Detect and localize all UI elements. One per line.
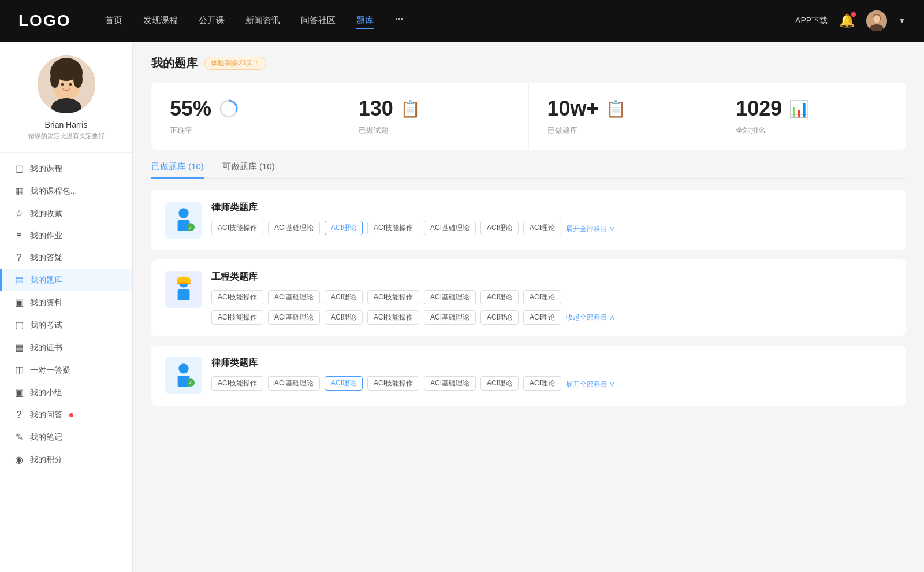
qbank-tags-lawyer-2: ACI技能操作 ACI基础理论 ACI理论 ACI技能操作 ACI基础理论 AC… [211,376,892,391]
accuracy-label: 正确率 [170,125,321,136]
sidebar: Brian Harris 错误的决定比没有决定要好 ▢ 我的课程 ▦ 我的课程包… [0,42,133,572]
questions-dot [69,413,73,417]
qbank-content-engineer: 工程类题库 ACI技能操作 ACI基础理论 ACI理论 ACI技能操作 ACI基… [211,271,892,325]
sidebar-item-label: 我的作业 [30,231,62,241]
tag-2[interactable]: ACI理论 [325,221,363,235]
sidebar-item-label: 我的笔记 [30,432,62,443]
sidebar-item-notes[interactable]: ✎ 我的笔记 [0,426,132,448]
eng-tag2-5[interactable]: ACI理论 [480,310,519,325]
eng-tag2-6[interactable]: ACI理论 [523,310,561,325]
sidebar-item-label: 我的题库 [30,275,62,285]
done-questions-icon: 📋 [400,99,420,118]
done-banks-label: 已做题库 [547,125,699,136]
tag-6[interactable]: ACI理论 [523,221,561,235]
qbank-expand-3[interactable]: 展开全部科目 ∨ [566,380,615,389]
tag-3[interactable]: ACI技能操作 [367,221,419,235]
notification-dot [851,12,856,17]
qbank-content-lawyer-2: 律师类题库 ACI技能操作 ACI基础理论 ACI理论 ACI技能操作 ACI基… [211,357,892,391]
sidebar-item-certificate[interactable]: ▤ 我的证书 [0,336,132,359]
eng-tag-2[interactable]: ACI理论 [325,290,363,304]
qbank-icon: ▤ [14,274,24,285]
nav-more[interactable]: ··· [394,13,403,29]
sidebar-item-label: 我的答疑 [30,252,62,263]
tab-available-banks[interactable]: 可做题库 (10) [222,161,275,178]
tab-done-banks[interactable]: 已做题库 (10) [151,161,204,178]
accuracy-value: 55% [170,96,211,121]
sidebar-item-label: 我的问答 [30,410,62,420]
eng-tag2-3[interactable]: ACI技能操作 [367,310,419,325]
tag-0[interactable]: ACI技能操作 [211,221,263,235]
nav-links: 首页 发现课程 公开课 新闻资讯 问答社区 题库 ··· [105,13,795,29]
sidebar-item-qbank[interactable]: ▤ 我的题库 [0,269,132,291]
sidebar-menu: ▢ 我的课程 ▦ 我的课程包... ☆ 我的收藏 ≡ 我的作业 ? 我的答疑 ▤… [0,157,132,471]
sidebar-item-qa[interactable]: ? 我的答疑 [0,247,132,269]
eng-tag-5[interactable]: ACI理论 [480,290,519,304]
eng-tag2-0[interactable]: ACI技能操作 [211,310,263,325]
user-menu-chevron[interactable]: ▼ [899,17,906,25]
l2-tag-2[interactable]: ACI理论 [325,376,363,391]
l2-tag-0[interactable]: ACI技能操作 [211,376,263,391]
sidebar-item-homework[interactable]: ≡ 我的作业 [0,225,132,247]
eng-tag-4[interactable]: ACI基础理论 [424,290,476,304]
user-avatar[interactable] [866,10,887,31]
stat-site-rank: 1029 📊 全站排名 [717,83,906,150]
tabs-row: 已做题库 (10) 可做题库 (10) [151,161,906,179]
sidebar-item-course-package[interactable]: ▦ 我的课程包... [0,180,132,202]
sidebar-item-points[interactable]: ◉ 我的积分 [0,448,132,471]
qbank-icon-wrap-engineer [165,271,202,308]
sidebar-item-one-on-one[interactable]: ◫ 一对一答疑 [0,359,132,381]
qa-icon: ? [14,252,24,263]
qbank-card-engineer: 工程类题库 ACI技能操作 ACI基础理论 ACI理论 ACI技能操作 ACI基… [151,259,906,336]
notification-bell[interactable]: 🔔 [839,13,855,28]
svg-point-25 [178,363,188,373]
eng-tag2-4[interactable]: ACI基础理论 [424,310,476,325]
eng-tag-3[interactable]: ACI技能操作 [367,290,419,304]
app-download-button[interactable]: APP下载 [795,16,828,26]
nav-opencourse[interactable]: 公开课 [199,13,225,29]
nav-discover[interactable]: 发现课程 [143,13,178,29]
page-title-row: 我的题库 体验剩余23天！ [151,55,906,71]
sidebar-item-profile[interactable]: ▣ 我的资料 [0,291,132,314]
qbank-title-engineer: 工程类题库 [211,271,892,283]
qbank-expand-1[interactable]: 展开全部科目 ∨ [566,224,615,234]
eng-tag-1[interactable]: ACI基础理论 [268,290,320,304]
questions-icon: ? [14,410,24,420]
sidebar-item-course[interactable]: ▢ 我的课程 [0,157,132,180]
exam-icon: ▢ [14,320,24,330]
svg-rect-23 [177,283,191,284]
sidebar-item-favorites[interactable]: ☆ 我的收藏 [0,202,132,225]
svg-text:✓: ✓ [188,225,193,231]
sidebar-item-exam[interactable]: ▢ 我的考试 [0,314,132,336]
engineer-icon [169,274,199,304]
eng-tag2-2[interactable]: ACI理论 [325,310,363,325]
nav-qbank[interactable]: 题库 [356,13,374,29]
l2-tag-6[interactable]: ACI理论 [523,376,561,391]
l2-tag-1[interactable]: ACI基础理论 [268,376,320,391]
sidebar-item-label: 我的积分 [30,455,62,465]
eng-tag-0[interactable]: ACI技能操作 [211,290,263,304]
l2-tag-5[interactable]: ACI理论 [480,376,519,391]
sidebar-username: Brian Harris [45,120,88,129]
qbank-tags-engineer-row1: ACI技能操作 ACI基础理论 ACI理论 ACI技能操作 ACI基础理论 AC… [211,290,892,304]
qbank-expand-engineer[interactable]: 收起全部科目 ∧ [566,313,615,325]
svg-text:✓: ✓ [188,380,193,386]
sidebar-item-group[interactable]: ▣ 我的小组 [0,381,132,404]
nav-qa[interactable]: 问答社区 [301,13,336,29]
qbank-icon-wrap-lawyer-2: ✓ [165,357,202,394]
sidebar-item-label: 我的考试 [30,320,62,330]
eng-tag2-1[interactable]: ACI基础理论 [268,310,320,325]
tag-1[interactable]: ACI基础理论 [268,221,320,235]
nav-news[interactable]: 新闻资讯 [245,13,280,29]
navbar-right: APP下载 🔔 ▼ [795,10,906,31]
sidebar-item-questions[interactable]: ? 我的问答 [0,404,132,426]
tag-5[interactable]: ACI理论 [480,221,519,235]
sidebar-motto: 错误的决定比没有决定要好 [28,132,105,140]
l2-tag-4[interactable]: ACI基础理论 [424,376,476,391]
qbank-tags-engineer-row2: ACI技能操作 ACI基础理论 ACI理论 ACI技能操作 ACI基础理论 AC… [211,310,892,325]
l2-tag-3[interactable]: ACI技能操作 [367,376,419,391]
nav-home[interactable]: 首页 [105,13,122,29]
svg-rect-24 [178,289,190,300]
tag-4[interactable]: ACI基础理论 [424,221,476,235]
qbank-title-lawyer-2: 律师类题库 [211,357,892,369]
eng-tag-6[interactable]: ACI理论 [523,290,561,304]
